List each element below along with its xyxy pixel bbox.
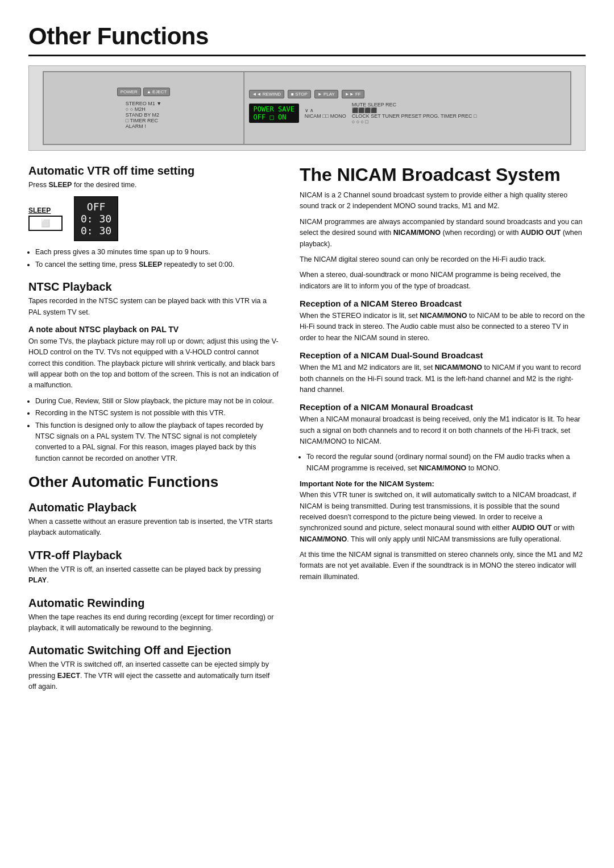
vtr-off-bullet-1: Each press gives a 30 minutes time span …: [35, 247, 279, 258]
title-divider: [28, 55, 586, 56]
vtr-off-playback-body: When the VTR is off, an inserted cassett…: [28, 564, 279, 586]
left-column: Automatic VTR off time setting Press SLE…: [28, 164, 279, 697]
sleep-label: SLEEP: [28, 206, 63, 214]
auto-playback-body: When a cassette without an erasure preve…: [28, 516, 279, 539]
section-dual-title: Reception of a NICAM Dual-Sound Broadcas…: [300, 350, 586, 360]
nicam-body4: When a stereo, dual-soundtrack or mono N…: [300, 270, 586, 292]
section-vtr-off-title: Automatic VTR off time setting: [28, 164, 279, 177]
auto-eject-body: When the VTR is switched off, an inserte…: [28, 659, 279, 692]
nicam-body1: NICAM is a 2 Channel sound broadcast sys…: [300, 190, 586, 212]
section-stereo-title: Reception of a NICAM Stereo Broadcast: [300, 299, 586, 308]
ntsc-bullets: During Cue, Review, Still or Slow playba…: [35, 396, 279, 464]
ntsc-bullet-1: During Cue, Review, Still or Slow playba…: [35, 396, 279, 407]
right-column: The NICAM Broadcast System NICAM is a 2 …: [300, 164, 586, 697]
vtr-off-bullets: Each press gives a 30 minutes time span …: [35, 247, 279, 270]
nicam-body3: The NICAM digital stereo sound can only …: [300, 254, 586, 265]
ntsc-sub-title: A note about NTSC playback on PAL TV: [28, 325, 279, 334]
nicam-note-body2: At this time the NICAM signal is transmi…: [300, 549, 586, 582]
mono-bullets: To record the regular sound (ordinary no…: [306, 452, 586, 474]
vtr-off-subtitle: Press SLEEP for the desired time.: [28, 180, 279, 191]
nicam-body2: NICAM programmes are always accompanied …: [300, 217, 586, 250]
section-ntsc-title: NTSC Playback: [28, 280, 279, 294]
mono-bullet-1: To record the regular sound (ordinary no…: [306, 452, 586, 474]
section-other-auto-title: Other Automatic Functions: [28, 473, 279, 491]
section-mono-title: Reception of a NICAM Monaural Broadcast: [300, 402, 586, 412]
dual-body: When the M1 and M2 indicators are lit, s…: [300, 362, 586, 395]
auto-rewind-body: When the tape reaches its end during rec…: [28, 612, 279, 634]
sleep-section: SLEEP ⬜ OFF0: 300: 30: [28, 196, 279, 241]
ntsc-sub-body: On some TVs, the playback picture may ro…: [28, 336, 279, 391]
ntsc-bullet-2: Recording in the NTSC system is not poss…: [35, 408, 279, 419]
vtr-off-bullet-2: To cancel the setting time, press SLEEP …: [35, 259, 279, 270]
main-content: Automatic VTR off time setting Press SLE…: [28, 164, 586, 697]
ntsc-bullet-3: This function is designed only to allow …: [35, 420, 279, 465]
vcr-illustration: POWER ▲ EJECT STEREO M1 ▼ ○ ○ M2H STAND …: [28, 65, 586, 151]
sleep-box: ⬜: [28, 216, 63, 231]
section-auto-eject-title: Automatic Switching Off and Ejection: [28, 644, 279, 657]
time-display: OFF0: 300: 30: [74, 196, 118, 241]
stereo-body: When the STEREO indicator is lit, set NI…: [300, 311, 586, 344]
mono-body1: When a NICAM monaural broadcast is being…: [300, 414, 586, 447]
nicam-note-title: Important Note for the NICAM System:: [300, 480, 586, 488]
section-auto-rewind-title: Automatic Rewinding: [28, 597, 279, 610]
nicam-note-body1: When this VTR tuner is switched on, it w…: [300, 490, 586, 545]
section-nicam-title: The NICAM Broadcast System: [300, 164, 586, 185]
section-auto-playback-title: Automatic Playback: [28, 501, 279, 514]
page-title: Other Functions: [28, 23, 586, 50]
ntsc-body: Tapes recorded in the NTSC system can be…: [28, 296, 279, 318]
section-vtr-off-playback-title: VTR-off Playback: [28, 549, 279, 562]
